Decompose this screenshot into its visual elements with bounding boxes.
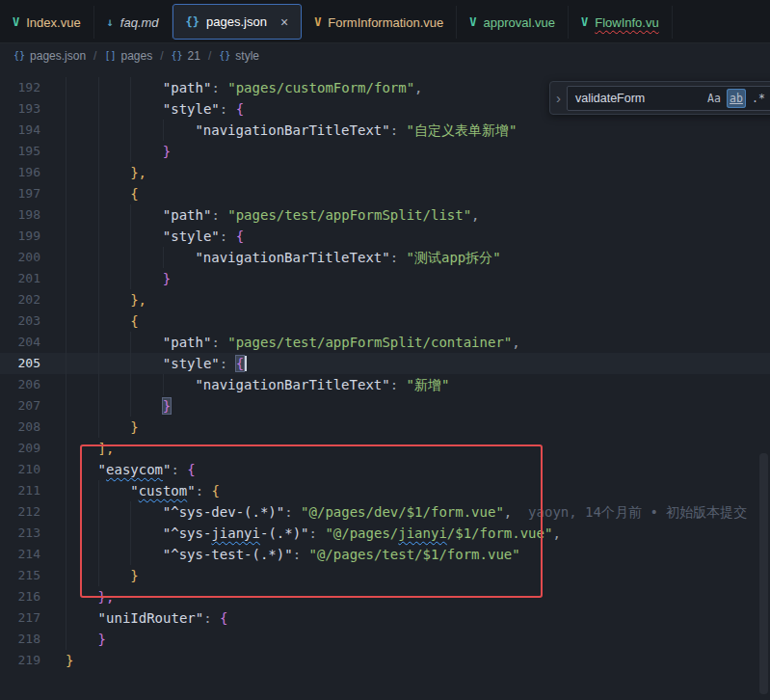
code-line-201[interactable]: 201} (0, 268, 770, 289)
code-line-214[interactable]: 214"^sys-test-(.*)": "@/pages/test/$1/fo… (0, 544, 770, 565)
whole-word-toggle[interactable]: ab (727, 89, 746, 108)
chevron-right-icon[interactable]: › (556, 90, 561, 106)
breadcrumb-label: pages (120, 49, 152, 63)
indent-guide (66, 247, 66, 268)
code-line-215[interactable]: 215} (0, 565, 770, 586)
code-token: "新增" (407, 377, 450, 392)
code-token: : (203, 610, 220, 626)
breadcrumb-item-pages-json[interactable]: {}pages.json (13, 49, 86, 63)
line-number: 193 (0, 98, 40, 120)
code-line-200[interactable]: 200"navigationBarTitleText": "测试app拆分" (0, 247, 770, 268)
code-token: custom (139, 483, 188, 498)
breadcrumb-item-21[interactable]: {}21 (172, 49, 200, 63)
tab-flowinfo-vue[interactable]: VFlowInfo.vu (569, 6, 673, 39)
code-line-207[interactable]: 207} (0, 395, 770, 417)
indent-guide (66, 353, 66, 374)
code-line-209[interactable]: 209], (0, 438, 770, 459)
indent-guide (130, 98, 131, 120)
indent-guide (98, 310, 99, 332)
indent-guide (66, 629, 66, 650)
code-token: easycom (106, 462, 163, 477)
line-number: 203 (0, 310, 40, 332)
line-number: 212 (0, 501, 40, 523)
code-token: : (390, 250, 407, 265)
match-case-toggle[interactable]: Aa (704, 89, 724, 108)
scrollbar-thumb[interactable] (759, 453, 768, 694)
line-number: 194 (0, 120, 40, 141)
indent-guide (98, 395, 99, 417)
code-token: : (196, 483, 212, 498)
tab-faq-md[interactable]: ↓faq.md (94, 6, 173, 39)
code-token: "path" (163, 80, 212, 95)
indent-guide (66, 417, 66, 438)
indent-guide (66, 501, 66, 523)
code-line-194[interactable]: 194"navigationBarTitleText": "自定义表单新增" (0, 120, 770, 141)
tab-pages-json[interactable]: {}pages.json× (173, 4, 303, 40)
code-line-213[interactable]: 213"^sys-jianyi-(.*)": "@/pages/jianyi/$… (0, 523, 770, 544)
tab-label: pages.json (206, 14, 267, 29)
code-line-212[interactable]: 212"^sys-dev-(.*)": "@/pages/dev/$1/form… (0, 501, 770, 523)
symbol-icon: [] (104, 50, 116, 61)
code-line-205[interactable]: 205"style": { (0, 353, 770, 374)
indent-guide (66, 586, 66, 607)
line-number: 216 (0, 586, 40, 607)
code-line-216[interactable]: 216}, (0, 586, 770, 607)
code-token: " (187, 483, 195, 498)
breadcrumb-item-style[interactable]: {}style (219, 49, 259, 63)
code-line-217[interactable]: 217"uniIdRouter": { (0, 607, 770, 629)
line-number: 192 (0, 77, 40, 98)
find-input[interactable]: validateForm Aaab.* (567, 86, 770, 111)
indent-guide (163, 374, 164, 395)
indent-guide (66, 438, 66, 459)
code-token: "path" (163, 207, 212, 223)
code-line-218[interactable]: 218} (0, 629, 770, 650)
breadcrumb-item-pages[interactable]: []pages (104, 49, 152, 63)
code-line-206[interactable]: 206"navigationBarTitleText": "新增" (0, 374, 770, 395)
code-token: "pages/customForm/form" (227, 80, 414, 95)
code-line-196[interactable]: 196}, (0, 162, 770, 183)
code-line-219[interactable]: 219} (0, 650, 770, 671)
code-token: { (187, 462, 195, 477)
code-token: : (220, 101, 236, 117)
code-token: "pages/test/appFormSplit/list" (227, 207, 471, 223)
code-line-195[interactable]: 195} (0, 141, 770, 162)
code-line-211[interactable]: 211"custom": { (0, 480, 770, 501)
tab-approval-vue[interactable]: Vapproval.vue (457, 6, 569, 39)
tab-index-vue[interactable]: VIndex.vue (0, 6, 94, 39)
indent-guide (98, 565, 99, 586)
indent-guide (66, 98, 66, 120)
code-token: } (66, 653, 73, 668)
symbol-icon: {} (13, 50, 25, 61)
code-line-198[interactable]: 198"path": "pages/test/appFormSplit/list… (0, 204, 770, 226)
code-line-204[interactable]: 204"path": "pages/test/appFormSplit/cont… (0, 332, 770, 353)
use-regex-toggle[interactable]: .* (749, 89, 768, 108)
code-text: } (0, 629, 770, 650)
line-number: 207 (0, 395, 40, 417)
line-number: 195 (0, 141, 40, 162)
indent-guide (130, 120, 131, 141)
code-text: "path": "pages/test/appFormSplit/list", (0, 204, 770, 226)
code-line-197[interactable]: 197{ (0, 183, 770, 204)
line-number: 205 (0, 353, 40, 374)
code-editor[interactable]: 192"path": "pages/customForm/form",193"s… (0, 67, 770, 700)
indent-guide (130, 204, 131, 226)
code-line-199[interactable]: 199"style": { (0, 226, 770, 247)
code-text: }, (0, 586, 770, 607)
code-text: "custom": { (0, 480, 770, 501)
tab-forminformation-vue[interactable]: VFormInformation.vue (302, 6, 457, 39)
indent-guide (66, 289, 66, 310)
code-token: }, (98, 589, 115, 605)
code-line-208[interactable]: 208} (0, 417, 770, 438)
code-line-202[interactable]: 202}, (0, 289, 770, 310)
code-line-203[interactable]: 203{ (0, 310, 770, 332)
whole-word-icon: ab (730, 92, 743, 105)
indent-guide (66, 523, 66, 544)
code-line-210[interactable]: 210"easycom": { (0, 459, 770, 480)
code-token: : (211, 335, 227, 350)
code-text: "style": { (0, 353, 770, 374)
indent-guide (66, 332, 66, 353)
code-token: "自定义表单新增" (407, 122, 518, 138)
close-icon[interactable]: × (280, 15, 288, 29)
code-text: { (0, 310, 770, 332)
code-token: { (236, 356, 244, 371)
